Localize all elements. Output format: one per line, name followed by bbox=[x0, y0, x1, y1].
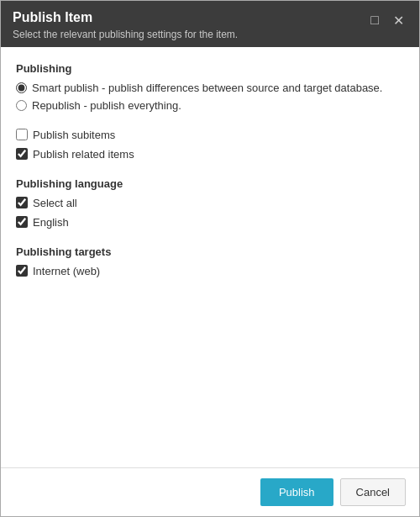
dialog-body: Publishing Smart publish - publish diffe… bbox=[1, 47, 419, 467]
cancel-button[interactable]: Cancel bbox=[340, 478, 406, 506]
publishing-language-section: Publishing language Select all English bbox=[16, 177, 404, 229]
republish-label: Republish - publish everything. bbox=[32, 99, 181, 112]
targets-checkbox-group: Internet (web) bbox=[16, 265, 404, 277]
close-button[interactable]: ✕ bbox=[389, 11, 407, 29]
publishing-section: Publishing Smart publish - publish diffe… bbox=[16, 62, 404, 112]
subitems-section: Publish subitems Publish related items bbox=[16, 129, 404, 161]
dialog-header: Publish Item Select the relevant publish… bbox=[1, 1, 419, 47]
publish-related-item[interactable]: Publish related items bbox=[16, 148, 404, 161]
select-all-item[interactable]: Select all bbox=[16, 197, 404, 209]
select-all-label: Select all bbox=[33, 197, 77, 209]
maximize-button[interactable]: □ bbox=[365, 11, 384, 29]
dialog-subtitle: Select the relevant publishing settings … bbox=[13, 29, 238, 40]
smart-publish-radio[interactable] bbox=[16, 82, 27, 93]
publishing-targets-label: Publishing targets bbox=[16, 245, 404, 258]
publish-related-label: Publish related items bbox=[33, 148, 134, 161]
publish-subitems-item[interactable]: Publish subitems bbox=[16, 129, 404, 141]
language-checkbox-group: Select all English bbox=[16, 197, 404, 229]
dialog-header-left: Publish Item Select the relevant publish… bbox=[13, 9, 238, 40]
subitems-checkbox-group: Publish subitems Publish related items bbox=[16, 129, 404, 161]
dialog-footer: Publish Cancel bbox=[1, 467, 419, 516]
publish-item-dialog: Publish Item Select the relevant publish… bbox=[0, 0, 420, 517]
republish-radio[interactable] bbox=[16, 100, 27, 111]
publish-subitems-checkbox[interactable] bbox=[16, 129, 28, 140]
publish-subitems-label: Publish subitems bbox=[33, 129, 115, 141]
smart-publish-option[interactable]: Smart publish - publish differences betw… bbox=[16, 82, 404, 94]
dialog-title: Publish Item bbox=[13, 9, 238, 27]
publishing-radio-group: Smart publish - publish differences betw… bbox=[16, 82, 404, 112]
internet-web-checkbox[interactable] bbox=[16, 265, 28, 277]
english-checkbox[interactable] bbox=[16, 216, 28, 228]
publish-related-checkbox[interactable] bbox=[16, 148, 28, 160]
publishing-section-label: Publishing bbox=[16, 62, 404, 75]
dialog-header-actions: □ ✕ bbox=[365, 11, 407, 29]
republish-option[interactable]: Republish - publish everything. bbox=[16, 99, 404, 112]
internet-web-label: Internet (web) bbox=[33, 265, 100, 277]
english-label: English bbox=[33, 216, 69, 229]
english-item[interactable]: English bbox=[16, 216, 404, 229]
internet-web-item[interactable]: Internet (web) bbox=[16, 265, 404, 277]
select-all-checkbox[interactable] bbox=[16, 197, 28, 208]
publish-button[interactable]: Publish bbox=[260, 478, 333, 506]
smart-publish-label: Smart publish - publish differences betw… bbox=[32, 82, 382, 94]
publishing-targets-section: Publishing targets Internet (web) bbox=[16, 245, 404, 277]
publishing-language-label: Publishing language bbox=[16, 177, 404, 190]
